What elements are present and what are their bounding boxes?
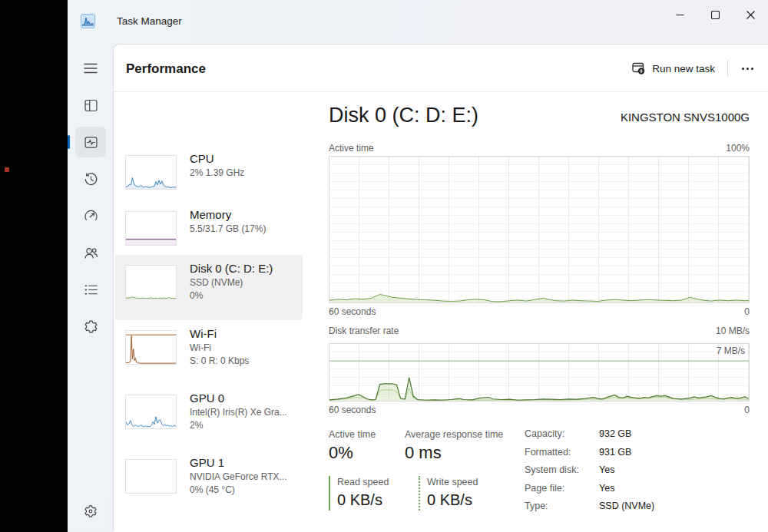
disk-transfer-rate-chart: 7 MB/s xyxy=(329,343,750,401)
table-row: Capacity:932 GB xyxy=(525,428,654,447)
sidebar xyxy=(68,45,114,532)
disk-properties-table: Capacity:932 GB Formatted:931 GB System … xyxy=(525,428,654,519)
stat-write-speed: Write speed 0 KB/s xyxy=(419,476,478,511)
window-controls xyxy=(662,0,768,29)
desktop-background xyxy=(0,0,68,532)
minimize-icon xyxy=(676,11,684,19)
list-item-memory[interactable]: Memory 5.5/31.7 GB (17%) xyxy=(115,205,303,253)
list-item-subtitle2: 2% xyxy=(190,419,287,432)
maximize-icon xyxy=(711,11,720,19)
device-model: KINGSTON SNVS1000G xyxy=(621,111,750,127)
list-item-subtitle2: S: 0 R: 0 Kbps xyxy=(190,355,249,368)
avg-response-value: 0 ms xyxy=(405,441,503,464)
cpu-mini-chart xyxy=(125,155,177,190)
sidebar-item-processes[interactable] xyxy=(75,90,106,121)
list-item-title: Wi-Fi xyxy=(190,325,249,342)
active-time-value: 0% xyxy=(329,441,376,464)
minimize-button[interactable] xyxy=(662,0,697,29)
table-row: System disk:Yes xyxy=(525,464,654,483)
recording-indicator-dot xyxy=(5,167,9,172)
sidebar-item-performance[interactable] xyxy=(75,127,106,157)
chart2-max-label: 10 MB/s xyxy=(716,325,750,336)
chart1-x-right: 0 xyxy=(744,306,750,317)
stat-avg-response-time: Average response time 0 ms xyxy=(405,428,503,464)
table-row: Formatted:931 GB xyxy=(525,447,654,465)
navigation-menu-button[interactable] xyxy=(75,55,106,82)
performance-icon xyxy=(83,134,99,150)
list-item-subtitle: Intel(R) Iris(R) Xe Gra... xyxy=(190,406,287,419)
performance-list: CPU 2% 1.39 GHz Memory 5.5/31.7 GB (17%) xyxy=(115,92,304,532)
window-title: Task Manager xyxy=(117,15,182,27)
chart1-max-label: 100% xyxy=(726,143,750,154)
list-item-disk0[interactable]: Disk 0 (C: D: E:) SSD (NVMe) 0% xyxy=(115,255,303,320)
list-item-title: GPU 1 xyxy=(190,454,286,471)
titlebar: Task Manager xyxy=(68,0,768,45)
list-item-title: GPU 0 xyxy=(190,390,287,406)
list-item-subtitle2: 0% (45 °C) xyxy=(190,484,286,497)
close-icon xyxy=(746,11,755,19)
sidebar-item-users[interactable] xyxy=(75,237,106,268)
disk-mini-chart xyxy=(125,265,177,299)
details-icon xyxy=(83,282,99,298)
active-time-chart xyxy=(329,156,750,303)
run-new-task-icon xyxy=(632,62,645,74)
users-icon xyxy=(83,245,99,261)
list-item-title: CPU xyxy=(190,150,244,167)
stat-active-time: Active time 0% xyxy=(329,428,376,464)
memory-mini-chart xyxy=(125,211,177,246)
maximize-button[interactable] xyxy=(697,0,733,29)
startup-apps-icon xyxy=(83,208,99,224)
disk-detail-pane: Disk 0 (C: D: E:) KINGSTON SNVS1000G Act… xyxy=(329,103,750,527)
selected-indicator xyxy=(68,135,70,149)
header-divider xyxy=(727,60,728,77)
header-actions: Run new task xyxy=(624,55,760,81)
list-item-title: Memory xyxy=(190,207,266,223)
hamburger-menu-icon xyxy=(84,63,98,74)
list-item-cpu[interactable]: CPU 2% 1.39 GHz xyxy=(115,149,303,197)
table-row: Page file:Yes xyxy=(525,483,654,501)
list-item-gpu1[interactable]: GPU 1 NVIDIA GeForce RTX... 0% (45 °C) xyxy=(115,453,303,507)
task-manager-app-icon xyxy=(81,14,95,28)
more-options-button[interactable] xyxy=(734,57,760,80)
more-options-icon xyxy=(742,68,744,70)
list-item-subtitle: NVIDIA GeForce RTX... xyxy=(190,471,286,484)
list-item-gpu0[interactable]: GPU 0 Intel(R) Iris(R) Xe Gra... 2% xyxy=(115,388,303,442)
sidebar-item-settings[interactable] xyxy=(77,497,104,525)
list-item-subtitle: 2% 1.39 GHz xyxy=(190,167,244,180)
services-icon xyxy=(83,319,99,335)
detail-title: Disk 0 (C: D: E:) xyxy=(329,103,478,127)
task-manager-window: Task Manager xyxy=(68,0,768,532)
sidebar-item-services[interactable] xyxy=(75,311,106,342)
screen: Task Manager xyxy=(0,0,768,532)
sidebar-item-startup-apps[interactable] xyxy=(75,200,106,231)
list-item-subtitle: SSD (NVMe) xyxy=(190,276,273,289)
page-title: Performance xyxy=(126,61,206,77)
sidebar-nav xyxy=(75,90,106,342)
table-row: Type:SSD (NVMe) xyxy=(525,501,654,519)
chart1-label: Active time xyxy=(329,143,374,154)
panel-header: Performance Run new task xyxy=(114,45,768,92)
chart2-x-right: 0 xyxy=(744,405,750,415)
gpu1-mini-chart xyxy=(125,459,177,494)
list-item-subtitle2: 0% xyxy=(190,289,273,302)
processes-icon xyxy=(83,97,99,114)
settings-gear-icon xyxy=(83,504,98,519)
list-item-subtitle: Wi-Fi xyxy=(190,342,249,355)
threshold-label: 7 MB/s xyxy=(717,345,745,356)
chart1-x-left: 60 seconds xyxy=(329,306,376,317)
list-item-title: Disk 0 (C: D: E:) xyxy=(190,260,273,276)
gpu0-mini-chart xyxy=(125,395,177,429)
main-panel: Performance Run new task xyxy=(114,45,768,532)
app-history-icon xyxy=(83,171,99,187)
write-speed-value: 0 KB/s xyxy=(427,489,478,511)
read-speed-value: 0 KB/s xyxy=(337,489,389,511)
run-new-task-button[interactable]: Run new task xyxy=(624,58,723,79)
sidebar-item-app-history[interactable] xyxy=(75,164,106,194)
chart2-label: Disk transfer rate xyxy=(329,325,399,336)
stat-read-speed: Read speed 0 KB/s xyxy=(329,476,389,511)
close-button[interactable] xyxy=(733,0,768,29)
sidebar-item-details[interactable] xyxy=(75,274,106,305)
chart2-x-left: 60 seconds xyxy=(329,405,376,415)
list-item-subtitle: 5.5/31.7 GB (17%) xyxy=(190,223,266,236)
list-item-wifi[interactable]: Wi-Fi Wi-Fi S: 0 R: 0 Kbps xyxy=(115,324,303,378)
